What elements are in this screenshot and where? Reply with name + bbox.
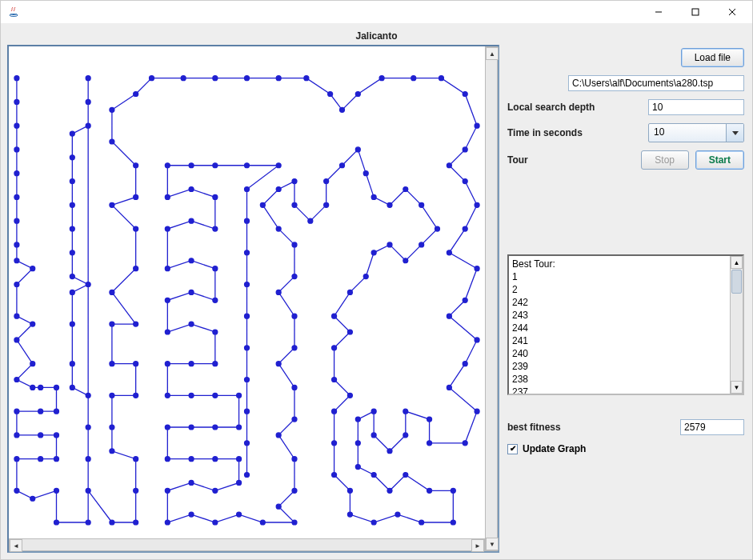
svg-point-42	[70, 155, 74, 160]
svg-point-39	[86, 100, 90, 105]
svg-point-122	[419, 520, 424, 525]
svg-point-162	[276, 362, 281, 366]
load-file-button[interactable]: Load file	[681, 48, 744, 67]
svg-point-25	[38, 409, 43, 414]
app-title: Jalicanto	[7, 29, 746, 45]
svg-point-46	[70, 250, 74, 255]
svg-point-76	[110, 108, 114, 113]
tour-log-text: Best Tour: 1 2 242 243 244 241 240 239 2…	[509, 256, 730, 394]
best-fitness-field[interactable]	[680, 419, 744, 435]
svg-point-183	[165, 425, 170, 430]
time-seconds-combo[interactable]: 10	[648, 123, 744, 142]
svg-point-194	[213, 330, 218, 334]
svg-point-179	[237, 457, 242, 462]
file-path-field[interactable]	[568, 75, 744, 91]
scroll-left-icon[interactable]: ◄	[10, 539, 22, 552]
maximize-button[interactable]	[677, 1, 714, 23]
svg-point-178	[237, 481, 242, 486]
svg-point-185	[213, 425, 218, 430]
svg-point-48	[86, 282, 90, 287]
svg-point-31	[38, 457, 43, 462]
svg-point-20	[14, 378, 19, 382]
svg-rect-2	[692, 9, 699, 15]
svg-point-98	[475, 266, 479, 271]
tour-log-area[interactable]: Best Tour: 1 2 242 243 244 241 240 239 2…	[507, 254, 744, 395]
svg-point-157	[292, 242, 297, 247]
chevron-down-icon[interactable]	[726, 124, 743, 142]
close-button[interactable]	[714, 1, 751, 23]
minimize-button[interactable]	[640, 1, 677, 23]
svg-point-21	[30, 386, 35, 390]
update-graph-checkbox[interactable]: ✔ Update Graph	[507, 443, 744, 454]
svg-point-37	[86, 520, 90, 525]
svg-point-187	[237, 394, 242, 398]
svg-point-71	[134, 226, 138, 231]
svg-point-100	[447, 314, 451, 318]
graph-v-scrollbar[interactable]: ▲ ▼	[485, 46, 498, 551]
svg-point-23	[54, 386, 59, 390]
svg-point-177	[213, 489, 218, 494]
scroll-up-icon[interactable]: ▲	[486, 47, 499, 60]
log-scrollbar[interactable]: ▲ ▼	[730, 256, 743, 394]
svg-point-208	[165, 195, 170, 200]
time-seconds-value: 10	[649, 124, 726, 142]
scroll-down-icon[interactable]: ▼	[486, 538, 499, 550]
svg-point-165	[276, 433, 281, 438]
svg-point-140	[419, 242, 424, 247]
svg-point-70	[134, 266, 138, 271]
start-button[interactable]: Start	[695, 150, 744, 170]
svg-point-148	[340, 163, 345, 168]
checkbox-box[interactable]: ✔	[507, 444, 518, 454]
svg-point-191	[165, 362, 170, 366]
scroll-right-icon[interactable]: ►	[471, 539, 484, 552]
svg-point-53	[86, 394, 90, 398]
svg-point-174	[165, 520, 170, 525]
svg-point-74	[134, 163, 138, 168]
svg-point-180	[213, 457, 218, 462]
svg-point-206	[213, 195, 218, 200]
graph-h-scrollbar[interactable]: ◄ ►	[9, 538, 485, 551]
svg-point-182	[165, 457, 170, 462]
svg-point-69	[110, 290, 114, 295]
local-search-depth-field[interactable]	[648, 99, 744, 115]
scroll-down-icon[interactable]: ▼	[731, 381, 743, 394]
svg-point-207	[189, 187, 194, 192]
svg-point-5	[14, 76, 19, 81]
svg-point-211	[213, 163, 218, 168]
svg-point-40	[86, 123, 90, 128]
svg-point-134	[332, 314, 337, 318]
svg-point-132	[332, 346, 337, 350]
svg-point-55	[86, 457, 90, 462]
svg-point-161	[292, 346, 297, 350]
svg-point-75	[110, 139, 114, 144]
svg-point-66	[110, 362, 114, 366]
svg-point-215	[245, 218, 250, 223]
svg-point-11	[14, 218, 19, 223]
svg-point-97	[447, 250, 451, 255]
svg-point-176	[189, 481, 194, 486]
svg-point-32	[14, 457, 19, 462]
svg-point-79	[181, 76, 186, 81]
svg-point-104	[475, 409, 479, 414]
scroll-thumb[interactable]	[731, 270, 742, 294]
svg-point-202	[165, 266, 170, 271]
svg-point-116	[371, 473, 376, 478]
svg-point-68	[134, 322, 138, 326]
svg-point-38	[86, 76, 90, 81]
titlebar	[1, 1, 752, 24]
check-icon: ✔	[510, 445, 516, 453]
svg-point-152	[292, 203, 297, 208]
svg-point-123	[395, 512, 400, 517]
svg-point-126	[347, 489, 352, 494]
local-search-label: Local search depth	[507, 102, 642, 113]
svg-point-35	[54, 489, 59, 494]
stop-button[interactable]: Stop	[641, 150, 689, 170]
svg-point-121	[451, 520, 455, 525]
svg-point-90	[463, 92, 467, 97]
svg-point-92	[463, 147, 467, 152]
scroll-up-icon[interactable]: ▲	[731, 256, 743, 269]
graph-panel: ◄ ► ▲ ▼	[7, 45, 499, 553]
svg-point-172	[213, 520, 218, 525]
svg-point-72	[110, 203, 114, 208]
svg-point-128	[332, 441, 337, 446]
